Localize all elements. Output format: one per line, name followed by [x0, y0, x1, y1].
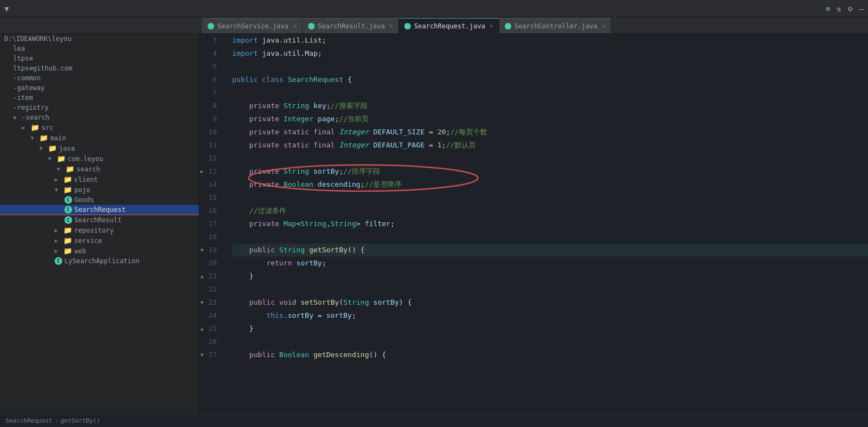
sidebar-item-root[interactable]: D:\IDEAWORK\leyou	[0, 34, 199, 44]
sidebar-item-ltps1[interactable]: ltps≡	[0, 54, 199, 63]
comment-16: //过滤条件	[249, 204, 286, 217]
web-arrow: ▶	[55, 248, 61, 254]
tab-searchrequest[interactable]: SearchRequest.java ✕	[399, 18, 499, 33]
comment-10: //每页个数	[450, 126, 487, 139]
kw-class-6: class	[262, 73, 288, 86]
line-num-11: 11	[199, 139, 222, 152]
gutter-19: ▼	[200, 244, 203, 257]
line-num-10: 10	[199, 126, 222, 139]
kw-public-19: public	[249, 244, 279, 257]
indent-17	[232, 217, 249, 230]
type-string-17b: String	[330, 217, 356, 230]
sidebar-item-ltps2[interactable]: ltps≡github.com	[0, 63, 199, 73]
dropdown-icon[interactable]: ▼	[4, 4, 9, 13]
code-line-18	[232, 230, 868, 244]
kw-private-8: private	[249, 99, 284, 112]
root-path-text: D:\IDEAWORK\leyou	[4, 35, 72, 43]
sidebar-item-item[interactable]: -item	[0, 93, 199, 103]
sidebar-item-repository[interactable]: ▶ 📁 repository	[0, 225, 199, 235]
comma-17: ,	[326, 217, 330, 230]
repository-icon: 📁	[63, 226, 72, 234]
code-line-7	[232, 86, 868, 99]
repository-text: repository	[74, 227, 114, 234]
sidebar-item-java[interactable]: ▼ 📁 java	[0, 143, 199, 153]
sidebar-item-ly-search-app[interactable]: C LySearchApplication	[0, 256, 199, 266]
line-num-17: 17	[199, 217, 222, 230]
settings-btn[interactable]: ⚙	[848, 4, 852, 13]
paren-open-23: (	[339, 296, 344, 309]
java-folder-icon: 📁	[48, 144, 57, 152]
paren-close-23: ) {	[399, 296, 411, 309]
lea-text: lea	[13, 45, 25, 52]
sidebar-item-src[interactable]: ▶ 📁 src	[0, 122, 199, 133]
tab-close-searchcontroller[interactable]: ✕	[602, 22, 606, 29]
code-line-20: return sortBy;	[232, 257, 868, 270]
eq-11: =	[424, 139, 437, 152]
code-line-15	[232, 191, 868, 204]
sidebar-item-web[interactable]: ▶ 📁 web	[0, 246, 199, 256]
sidebar-item-gateway[interactable]: -gateway	[0, 83, 199, 93]
sidebar-item-common[interactable]: -common	[0, 73, 199, 83]
type-boolean-27: Boolean	[279, 348, 314, 361]
tab-searchcontroller[interactable]: SearchController.java ✕	[499, 18, 611, 33]
generic-close-17: >	[356, 217, 365, 230]
client-text: client	[74, 176, 98, 183]
class-name-6: SearchRequest	[288, 73, 348, 86]
param-sortby-23: sortBy	[373, 296, 399, 309]
search-arrow: ▼	[13, 115, 20, 121]
indent-16	[232, 204, 249, 217]
code-editor[interactable]: 3 4 5 6 7 8 9 10 11 12 ▶ 13 14 15 16 17 …	[199, 34, 868, 414]
comment-13: //排序字段	[344, 165, 381, 178]
sidebar-item-searchresult[interactable]: C SearchResult	[0, 215, 199, 225]
sidebar-item-lea[interactable]: lea	[0, 44, 199, 54]
main-text: main	[50, 134, 66, 142]
pojo-arrow: ▼	[55, 187, 61, 193]
sidebar-item-search-pkg[interactable]: ▼ 📁 search	[0, 164, 199, 174]
goods-text: Goods	[74, 196, 94, 204]
line-num-24: 24	[199, 309, 222, 322]
sidebar-item-pojo[interactable]: ▼ 📁 pojo	[0, 185, 199, 195]
line-num-19: ▼ 19	[199, 244, 222, 257]
sidebar-item-search[interactable]: ▼ -search	[0, 112, 199, 122]
add-config-btn[interactable]: ⊕	[825, 4, 830, 13]
semi-20: ;	[322, 257, 326, 270]
code-line-4: import java.util.Map;	[232, 47, 868, 60]
indent-23	[232, 296, 249, 309]
type-string-8: String	[284, 99, 314, 112]
line-num-20: 20	[199, 257, 222, 270]
sidebar-item-com-leyou[interactable]: ▼ 📁 com.leyou	[0, 153, 199, 164]
kw-public-27: public	[249, 348, 279, 361]
field-sortby-20: sortBy	[296, 257, 322, 270]
indent-20	[232, 257, 267, 270]
sidebar-item-service[interactable]: ▶ 📁 service	[0, 235, 199, 246]
code-line-14: private Boolean descending;//是否降序	[232, 178, 868, 191]
sidebar-item-registry[interactable]: -registry	[0, 103, 199, 112]
method-getsortby: getSortBy	[309, 244, 347, 257]
annotation-area: private String sortBy;//排序字段 private Boo…	[232, 165, 868, 191]
field-sortby-24: sortBy	[288, 309, 314, 322]
type-string-17a: String	[300, 217, 326, 230]
tab-searchservice[interactable]: SearchService.java ✕	[202, 18, 303, 33]
gutter-27: ▼	[200, 348, 203, 361]
field-key: key	[314, 99, 326, 112]
parens-19: () {	[347, 244, 364, 257]
sidebar-item-searchrequest[interactable]: C SearchRequest	[0, 205, 199, 215]
sidebar-item-client[interactable]: ▶ 📁 client	[0, 174, 199, 185]
code-line-25: }	[232, 322, 868, 335]
line-num-5: 5	[199, 60, 222, 73]
sidebar-item-goods[interactable]: C Goods	[0, 195, 199, 205]
main-folder-icon: 📁	[39, 134, 48, 142]
kw-private-14: private	[249, 178, 284, 191]
tab-close-searchresult[interactable]: ✕	[389, 22, 393, 29]
tab-close-searchservice[interactable]: ✕	[293, 22, 297, 29]
sidebar-item-main[interactable]: ▼ 📁 main	[0, 133, 199, 143]
pojo-folder-icon: 📁	[63, 186, 72, 194]
tab-close-searchrequest[interactable]: ✕	[489, 22, 493, 29]
tab-searchresult[interactable]: SearchResult.java ✕	[303, 18, 399, 33]
minimize-btn[interactable]: —	[859, 4, 864, 13]
code-area: 3 4 5 6 7 8 9 10 11 12 ▶ 13 14 15 16 17 …	[199, 34, 868, 414]
com-leyou-icon: 📁	[57, 155, 66, 163]
code-line-24: this.sortBy = sortBy;	[232, 309, 868, 322]
kw-private-13: private	[249, 165, 284, 178]
sync-btn[interactable]: ⇅	[837, 4, 841, 13]
